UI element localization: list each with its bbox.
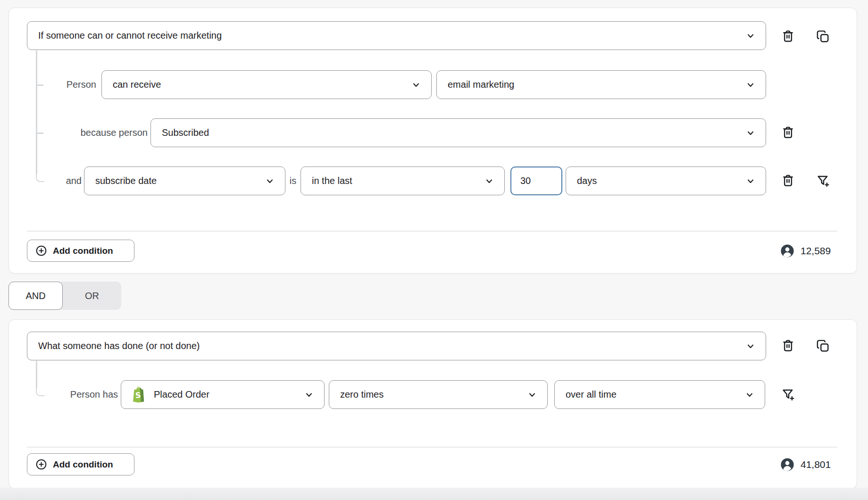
chevron-down-icon [746,176,755,186]
copy-icon [816,29,830,44]
add-filter-button[interactable] [814,172,831,189]
chevron-down-icon [265,176,275,186]
trash-icon [781,29,795,44]
chevron-down-icon [484,176,494,186]
frequency-value: zero times [340,389,384,400]
plus-circle-icon [35,244,48,257]
frequency-select[interactable]: zero times [329,380,548,409]
duplicate-condition-button[interactable] [814,337,831,354]
date-operator-value: in the last [312,175,352,186]
chevron-down-icon [746,31,755,41]
copy-icon [816,339,830,353]
segment-count: 41,801 [779,453,831,475]
segment-count: 12,589 [779,240,831,262]
tree-connector-line [36,50,37,174]
add-filter-button[interactable] [779,386,796,403]
consent-reason-select[interactable]: Subscribed [150,118,766,147]
delete-condition-button[interactable] [779,337,796,354]
group-divider [27,231,837,232]
timeframe-select[interactable]: over all time [554,380,765,409]
date-unit-select[interactable]: days [566,167,766,195]
marketing-ability-select[interactable]: can receive [101,70,432,99]
profile-count-value: 41,801 [801,459,831,470]
filter-plus-icon [816,174,830,188]
metric-select[interactable]: S Placed Order [121,380,325,409]
add-condition-button[interactable]: Add condition [27,453,134,475]
date-amount-input[interactable] [510,167,562,195]
row-label-person-has: Person has [19,380,118,409]
segment-builder: If someone can or cannot receive marketi… [0,0,868,500]
add-condition-button[interactable]: Add condition [27,240,134,262]
marketing-channel-value: email marketing [448,79,514,90]
date-operator-select[interactable]: in the last [300,167,505,195]
date-field-value: subscribe date [95,175,157,186]
duplicate-condition-button[interactable] [814,28,831,45]
connector-and-button[interactable]: AND [8,282,63,310]
delete-row-button[interactable] [779,172,796,189]
chevron-down-icon [746,128,755,138]
chevron-down-icon [304,390,314,400]
profile-count-value: 12,589 [801,245,831,257]
marketing-channel-select[interactable]: email marketing [436,70,766,99]
chevron-down-icon [745,390,754,400]
group-divider [27,447,837,448]
chevron-down-icon [746,80,755,90]
condition-type-select[interactable]: If someone can or cannot receive marketi… [27,21,766,50]
date-unit-value: days [577,175,597,186]
svg-text:S: S [135,391,141,400]
plus-circle-icon [35,458,48,471]
trash-icon [781,125,795,140]
marketing-ability-value: can receive [113,79,161,90]
trash-icon [781,339,795,353]
person-count-icon [779,457,795,473]
person-count-icon [779,243,795,259]
consent-reason-value: Subscribed [162,127,209,138]
chevron-down-icon [411,80,421,90]
delete-condition-button[interactable] [779,28,796,45]
row-label-because-person: because person [19,118,148,147]
timeframe-value: over all time [566,389,617,400]
chevron-down-icon [527,390,537,400]
condition-type-value: If someone can or cannot receive marketi… [38,30,222,41]
shopify-icon: S [130,385,147,404]
filter-plus-icon [781,387,795,402]
chevron-down-icon [746,342,755,351]
connector-or-button[interactable]: OR [63,282,121,310]
condition-type-value: What someone has done (or not done) [38,341,200,351]
add-condition-label: Add condition [53,246,113,256]
delete-row-button[interactable] [779,124,796,141]
trash-icon [781,174,795,188]
date-field-select[interactable]: subscribe date [84,167,285,195]
add-condition-label: Add condition [53,459,113,470]
condition-type-select[interactable]: What someone has done (or not done) [27,332,766,360]
metric-value: Placed Order [154,389,209,400]
row-label-is: is [284,167,302,195]
row-label-and: and [19,167,82,195]
row-label-person: Person [19,70,96,99]
bottom-scroll-shade [0,488,868,500]
